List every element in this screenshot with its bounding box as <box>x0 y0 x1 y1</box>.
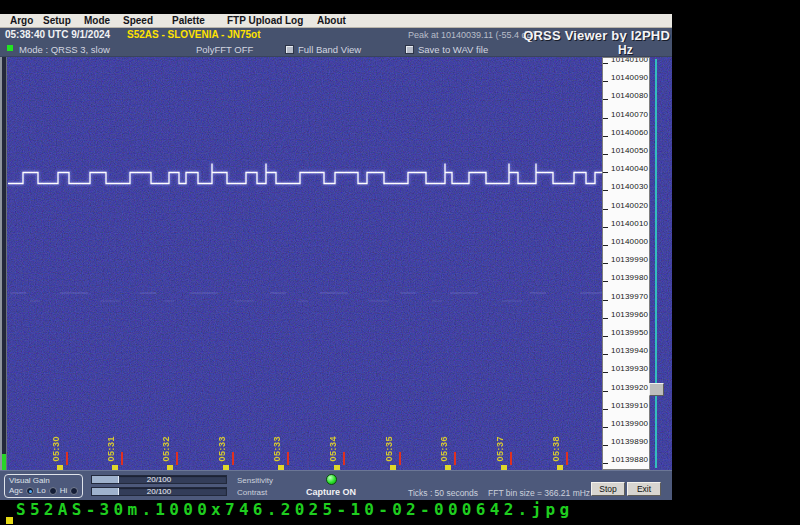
time-tick-mark-icon <box>121 452 123 465</box>
fft-bin-info: FFT bin size = 366.21 mHz <box>488 488 590 498</box>
freq-label: 10139930 <box>611 364 648 373</box>
save-to-wav-checkbox[interactable] <box>405 45 414 54</box>
corner-marker-icon <box>6 517 13 524</box>
control-bar: Visual Gain AgcLoHi 20/100 20/100 Sensit… <box>0 470 672 500</box>
time-tick: 05:30 <box>57 398 77 470</box>
freq-tick-icon <box>603 81 608 82</box>
freq-tick-icon <box>603 263 608 264</box>
freq-tick-icon <box>603 427 608 428</box>
freq-tick-icon <box>603 372 608 373</box>
freq-label: 10140070 <box>611 110 648 119</box>
time-tick: 05:31 <box>112 398 132 470</box>
time-tick: 05:38 <box>557 398 577 470</box>
status-bar: 05:38:40 UTC 9/1/2024 S52AS - SLOVENIA -… <box>0 28 672 42</box>
exit-button[interactable]: Exit <box>627 482 661 496</box>
time-tick-label: 05:37 <box>495 436 505 462</box>
freq-label: 10139910 <box>611 401 648 410</box>
full-band-view-label: Full Band View <box>298 44 361 55</box>
frequency-scale: 1014010010140090101400801014007010140060… <box>602 57 650 470</box>
time-tick-label: 05:38 <box>551 436 561 462</box>
visual-gain-radio-lo[interactable] <box>49 487 57 495</box>
menu-item-argo[interactable]: Argo <box>10 15 33 27</box>
contrast-value: 20/100 <box>92 488 226 496</box>
freq-label: 10139980 <box>611 273 648 282</box>
station-callsign: S52AS - SLOVENIA - JN75ot <box>127 29 261 40</box>
argo-window: ArgoSetupModeSpeedPaletteFTP UploadLogAb… <box>0 14 672 500</box>
freq-label: 10139920 <box>611 383 648 392</box>
contrast-label: Contrast <box>237 488 267 497</box>
freq-label: 10139880 <box>611 455 648 464</box>
freq-tick-icon <box>603 209 608 210</box>
time-tick-label: 05:30 <box>51 436 61 462</box>
menu-item-setup[interactable]: Setup <box>43 15 71 27</box>
screenshot-filename: S52AS-30m.1000x746.2025-10-02-000642.jpg <box>16 500 573 519</box>
screen: ArgoSetupModeSpeedPaletteFTP UploadLogAb… <box>0 0 800 525</box>
time-tick-label: 05:35 <box>384 436 394 462</box>
level-meter <box>0 57 7 470</box>
freq-label: 10140060 <box>611 128 648 137</box>
frequency-slider-thumb[interactable] <box>649 383 664 396</box>
menu-item-about[interactable]: About <box>317 15 346 27</box>
freq-tick-icon <box>603 463 608 464</box>
time-tick-label: 05:33 <box>272 436 282 462</box>
mode-bar: Mode : QRSS 3, slow PolyFFT OFF Full Ban… <box>0 42 672 57</box>
time-tick-mark-icon <box>287 452 289 465</box>
polyfft-label[interactable]: PolyFFT OFF <box>196 44 253 55</box>
freq-label: 10140020 <box>611 201 648 210</box>
freq-label: 10139970 <box>611 292 648 301</box>
hz-unit-label: Hz <box>618 43 633 57</box>
menu-bar: ArgoSetupModeSpeedPaletteFTP UploadLogAb… <box>0 14 672 28</box>
freq-label: 10139940 <box>611 346 648 355</box>
freq-tick-icon <box>603 336 608 337</box>
time-tick-mark-icon <box>510 452 512 465</box>
save-to-wav-label: Save to WAV file <box>418 44 488 55</box>
freq-label: 10140100 <box>611 57 648 64</box>
time-tick-mark-icon <box>232 452 234 465</box>
freq-label: 10139990 <box>611 255 648 264</box>
frequency-slider-track[interactable] <box>655 59 657 468</box>
freq-tick-icon <box>603 391 608 392</box>
time-tick: 05:37 <box>501 398 521 470</box>
time-tick: 05:34 <box>334 398 354 470</box>
ticks-info: Ticks : 50 seconds <box>408 488 478 498</box>
time-tick: 05:35 <box>390 398 410 470</box>
freq-tick-icon <box>603 118 608 119</box>
stop-button[interactable]: Stop <box>591 482 625 496</box>
time-tick: 05:32 <box>167 398 187 470</box>
visual-gain-radio-agc[interactable] <box>26 487 34 495</box>
waterfall-display: 05:3005:3105:3205:3305:3305:3405:3505:36… <box>0 57 602 470</box>
capture-status-label: Capture ON <box>306 487 356 497</box>
menu-item-palette[interactable]: Palette <box>172 15 205 27</box>
contrast-slider[interactable]: 20/100 <box>91 487 227 496</box>
time-tick-mark-icon <box>399 452 401 465</box>
freq-tick-icon <box>603 245 608 246</box>
visual-gain-title: Visual Gain <box>9 476 50 485</box>
visual-gain-radio-hi[interactable] <box>70 487 78 495</box>
freq-tick-icon <box>603 409 608 410</box>
time-tick-mark-icon <box>566 452 568 465</box>
sensitivity-slider[interactable]: 20/100 <box>91 475 227 484</box>
sensitivity-value: 20/100 <box>92 476 226 484</box>
level-meter-fill <box>2 454 6 470</box>
freq-label: 10139900 <box>611 419 648 428</box>
freq-label: 10139950 <box>611 328 648 337</box>
menu-item-speed[interactable]: Speed <box>123 15 153 27</box>
freq-label: 10140010 <box>611 219 648 228</box>
freq-tick-icon <box>603 445 608 446</box>
freq-tick-icon <box>603 63 608 64</box>
time-tick-mark-icon <box>66 452 68 465</box>
mode-indicator-icon <box>7 45 13 51</box>
visual-gain-option-label: Agc <box>9 486 23 495</box>
time-tick-label: 05:32 <box>161 436 171 462</box>
menu-item-ftp-upload[interactable]: FTP Upload <box>227 15 282 27</box>
freq-tick-icon <box>603 281 608 282</box>
time-tick: 05:36 <box>445 398 465 470</box>
full-band-view-checkbox[interactable] <box>285 45 294 54</box>
menu-item-log[interactable]: Log <box>285 15 303 27</box>
freq-label: 10140030 <box>611 182 648 191</box>
capture-led-icon <box>326 474 337 485</box>
freq-label: 10140000 <box>611 237 648 246</box>
menu-item-mode[interactable]: Mode <box>84 15 110 27</box>
mode-label: Mode : QRSS 3, slow <box>19 44 110 55</box>
freq-tick-icon <box>603 99 608 100</box>
